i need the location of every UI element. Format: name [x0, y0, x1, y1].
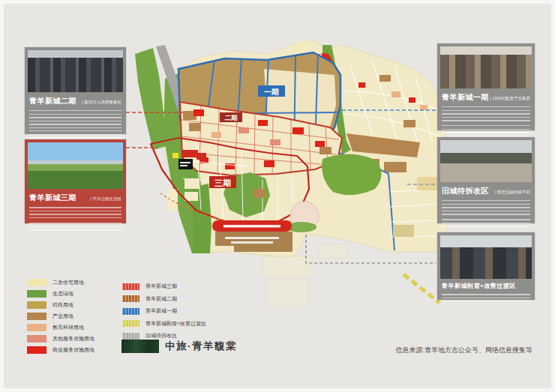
transition-title-row: 青羊新城刚需+改善过渡区: [437, 279, 535, 292]
phase2-label: 二期: [220, 112, 242, 122]
phase3-title-row: 青羊新城三期 | 中央公园生活区: [25, 189, 126, 205]
legend-swatch: [27, 313, 46, 320]
legend-swatch: [122, 308, 140, 315]
legend-swatch: [122, 283, 140, 290]
phase3-title: 青羊新城三期: [29, 193, 76, 203]
phase2-subtitle: | 超20万人高密聚集区: [82, 100, 122, 105]
panel-oldtown: 旧城待拆改区 | 拆迁边缘的城中村: [437, 137, 535, 223]
oldtown-photo: [440, 140, 532, 182]
legend-item: 青羊新城刚需+改善过渡区: [122, 320, 206, 328]
svg-text:一期: 一期: [264, 88, 279, 96]
phase2-title-row: 青羊新城二期 | 超20万人高密聚集区: [25, 92, 126, 108]
svg-text:三期: 三期: [214, 178, 231, 187]
phase1-label: 一期: [258, 85, 285, 97]
legend-item: 其他服务设施用地: [27, 335, 94, 343]
panel-phase3: 青羊新城三期 | 中央公园生活区: [25, 139, 126, 223]
legend-item: 二类住宅用地: [27, 279, 94, 286]
phase1-photo: [440, 46, 532, 88]
phase3-photo: [28, 142, 123, 189]
phase1-title: 青羊新城一期: [442, 92, 489, 103]
phase2-bodytext: [29, 110, 122, 128]
logo-wordmark: 中旅·青羊馥棠: [165, 340, 237, 353]
brand-logo: 中旅·青羊馥棠: [122, 340, 237, 353]
oldtown-title: 旧城待拆改区: [442, 186, 489, 196]
phase3-subtitle: | 中央公园生活区: [91, 196, 122, 202]
phase3-bodytext: [29, 207, 122, 220]
transition-title: 青羊新城刚需+改善过渡区: [442, 282, 516, 290]
legend-item: 商业服务设施用地: [27, 346, 94, 354]
banner-text-mark: [224, 225, 280, 228]
legend-item: 产业用地: [27, 313, 94, 320]
legend-swatch: [27, 290, 46, 298]
phase1-title-row: 青羊新城一期 | 1000亿配套产业集群: [437, 88, 535, 104]
oldtown-subtitle: | 拆迁边缘的城中村: [495, 190, 530, 195]
phase1-bodytext: [442, 106, 530, 123]
phase2-photo: [28, 50, 123, 92]
planning-poster: 一期 二期 三期 青羊新城二期 | 超20万人高密聚集区: [0, 0, 555, 392]
phase1-bodytext2: [442, 125, 530, 137]
legend-item: 生态绿地: [27, 290, 94, 298]
oldtown-bodytext2: [442, 219, 530, 229]
source-note: 信息来源:青羊地方志公众号、网络信息搜集等: [395, 346, 532, 355]
legend-item: 青羊新城一期: [122, 307, 206, 315]
logo-image: [122, 340, 159, 353]
transition-photo: [440, 235, 532, 279]
panel-transition: 青羊新城刚需+改善过渡区: [437, 232, 535, 300]
yellow-band: [404, 274, 440, 303]
phase3-label: 三期: [209, 176, 236, 188]
phase1-subtitle: | 1000亿配套产业集群: [490, 96, 530, 101]
legend-swatch: [27, 301, 46, 309]
legend-swatch: [122, 320, 140, 327]
legend-item: 特殊用地: [27, 301, 94, 309]
phase3-bodytext2: [29, 223, 122, 232]
legend-swatch: [27, 346, 46, 354]
transition-bodytext: [442, 294, 530, 301]
green-blob-east: [322, 154, 381, 195]
phase2-title: 青羊新城二期: [29, 96, 76, 106]
oldtown-title-row: 旧城待拆改区 | 拆迁边缘的城中村: [437, 182, 535, 198]
panel-phase2: 青羊新城二期 | 超20万人高密聚集区: [25, 47, 126, 134]
panel-phase1: 青羊新城一期 | 1000亿配套产业集群: [437, 43, 535, 130]
center-text-mark: [225, 237, 279, 239]
legend-swatch: [27, 335, 46, 343]
legend-swatch: [27, 324, 46, 331]
svg-text:二期: 二期: [225, 114, 238, 121]
legend-swatch: [122, 295, 140, 302]
legend-item: 旧城待拆改区: [122, 332, 206, 340]
legend-districts: 青羊新城三期 青羊新城二期 青羊新城一期 青羊新城刚需+改善过渡区 旧城待拆改区: [122, 283, 206, 340]
legend-swatch: [122, 333, 140, 340]
east-parcel2: [393, 225, 414, 237]
project-site-parcel: [178, 159, 193, 169]
legend-landuse: 二类住宅用地 生态绿地 特殊用地 产业用地 教育科研用地 其他服务设施用地 商业…: [27, 279, 94, 354]
legend-swatch: [27, 279, 46, 286]
legend-item: 青羊新城三期: [122, 283, 206, 290]
oldtown-bodytext: [442, 200, 530, 217]
legend-item: 教育科研用地: [27, 324, 94, 331]
legend-item: 青羊新城二期: [122, 295, 206, 303]
center-text-mark2: [231, 241, 273, 244]
